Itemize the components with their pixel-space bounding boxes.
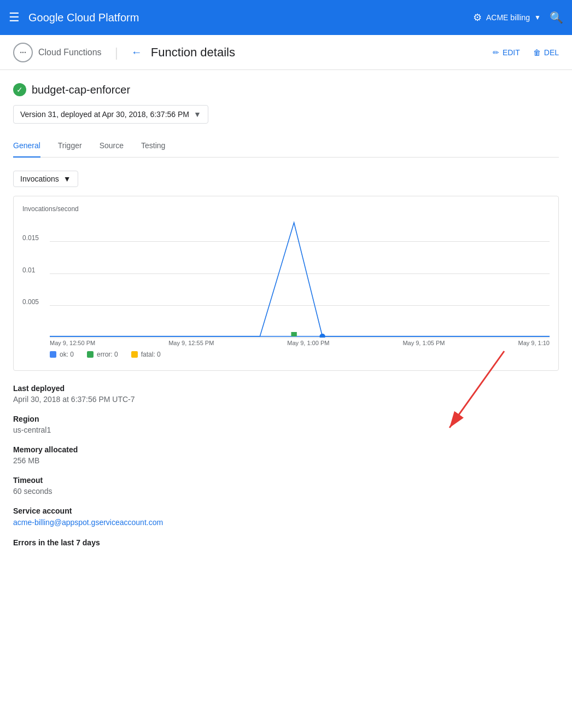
x-label-4: May 9, 1:05 PM <box>402 340 445 346</box>
metric-dropdown[interactable]: Invocations ▼ <box>13 171 78 187</box>
region-label: Region <box>13 415 559 423</box>
legend-error-dot <box>87 351 94 358</box>
tab-testing[interactable]: Testing <box>141 135 165 158</box>
legend-ok-dot <box>50 351 56 358</box>
delete-label: DEL <box>544 48 559 57</box>
last-deployed-item: Last deployed April 30, 2018 at 6:37:56 … <box>13 384 559 404</box>
service-logo: ··· Cloud Functions <box>13 43 102 62</box>
chart-svg <box>50 217 550 337</box>
y-axis-label: Invocations/second <box>22 205 550 213</box>
metric-chevron-icon: ▼ <box>63 174 71 183</box>
legend-fatal-label: fatal: 0 <box>141 351 161 358</box>
hamburger-menu-icon[interactable]: ☰ <box>9 10 20 25</box>
timeout-item: Timeout 60 seconds <box>13 476 559 496</box>
page-title: Function details <box>151 45 235 60</box>
back-button[interactable]: ← <box>131 46 142 59</box>
chevron-down-icon: ▼ <box>534 14 541 21</box>
timeout-value: 60 seconds <box>13 487 559 496</box>
version-chevron-icon: ▼ <box>194 110 201 119</box>
legend-error-label: error: 0 <box>97 351 118 358</box>
chart-container: Invocations/second 0.015 0.01 0.005 <box>13 196 559 371</box>
project-selector[interactable]: ⚙ ACME billing ▼ <box>473 11 541 24</box>
main-content: ✓ budget-cap-enforcer Version 31, deploy… <box>0 70 572 547</box>
region-value: us-central1 <box>13 426 559 434</box>
edit-button[interactable]: ✏ EDIT <box>493 48 520 57</box>
tabs-bar: General Trigger Source Testing <box>13 135 559 158</box>
errors-label: Errors in the last 7 days <box>13 538 559 547</box>
top-navigation: ☰ Google Cloud Platform ⚙ ACME billing ▼… <box>0 0 572 35</box>
legend-ok: ok: 0 <box>50 351 74 358</box>
search-icon[interactable]: 🔍 <box>550 11 563 24</box>
memory-label: Memory allocated <box>13 445 559 454</box>
edit-label: EDIT <box>503 48 520 57</box>
tab-trigger[interactable]: Trigger <box>58 135 82 158</box>
app-title: Google Cloud Platform <box>28 11 464 24</box>
errors-item: Errors in the last 7 days <box>13 538 559 547</box>
delete-icon: 🗑 <box>533 48 541 57</box>
legend-error: error: 0 <box>87 351 118 358</box>
x-label-2: May 9, 12:55 PM <box>168 340 214 346</box>
service-name: Cloud Functions <box>38 48 102 57</box>
function-name-row: ✓ budget-cap-enforcer <box>13 83 559 96</box>
last-deployed-value: April 30, 2018 at 6:37:56 PM UTC-7 <box>13 395 559 404</box>
x-axis-labels: May 9, 12:50 PM May 9, 12:55 PM May 9, 1… <box>50 337 550 346</box>
breadcrumb-bar: ··· Cloud Functions | ← Function details… <box>0 35 572 70</box>
status-indicator: ✓ <box>13 83 26 96</box>
chart-area: 0.015 0.01 0.005 <box>50 217 550 337</box>
svg-point-1 <box>319 334 325 337</box>
version-dropdown[interactable]: Version 31, deployed at Apr 30, 2018, 6:… <box>13 105 208 124</box>
legend-fatal: fatal: 0 <box>131 351 161 358</box>
version-text: Version 31, deployed at Apr 30, 2018, 6:… <box>20 110 189 119</box>
memory-value: 256 MB <box>13 456 559 465</box>
tab-general[interactable]: General <box>13 135 40 158</box>
edit-icon: ✏ <box>493 48 499 57</box>
chart-section: Invocations ▼ Invocations/second 0.015 0… <box>13 171 559 371</box>
grid-label-005: 0.005 <box>22 298 39 306</box>
metric-label: Invocations <box>20 174 59 183</box>
tab-source[interactable]: Source <box>100 135 124 158</box>
svg-rect-2 <box>291 332 296 336</box>
region-item: Region us-central1 <box>13 415 559 434</box>
x-label-3: May 9, 1:00 PM <box>287 340 329 346</box>
delete-button[interactable]: 🗑 DEL <box>533 48 559 57</box>
info-section: Last deployed April 30, 2018 at 6:37:56 … <box>13 384 559 547</box>
memory-item: Memory allocated 256 MB <box>13 445 559 465</box>
grid-label-01: 0.01 <box>22 266 35 274</box>
legend-ok-label: ok: 0 <box>60 351 74 358</box>
grid-label-015: 0.015 <box>22 234 39 242</box>
project-icon: ⚙ <box>473 11 482 24</box>
service-account-item: Service account acme-billing@appspot.gse… <box>13 506 559 527</box>
legend-fatal-dot <box>131 351 138 358</box>
function-name: budget-cap-enforcer <box>32 84 130 96</box>
chart-legend: ok: 0 error: 0 fatal: 0 <box>50 351 550 358</box>
x-label-5: May 9, 1:10 <box>518 340 549 346</box>
timeout-label: Timeout <box>13 476 559 485</box>
breadcrumb-actions: ✏ EDIT 🗑 DEL <box>493 48 559 57</box>
logo-icon: ··· <box>13 43 33 62</box>
grid-line-0 <box>50 337 550 338</box>
project-name: ACME billing <box>486 13 530 22</box>
service-account-label: Service account <box>13 506 559 515</box>
last-deployed-label: Last deployed <box>13 384 559 393</box>
x-label-1: May 9, 12:50 PM <box>50 340 95 346</box>
breadcrumb-divider: | <box>115 45 118 60</box>
service-account-link[interactable]: acme-billing@appspot.gserviceaccount.com <box>13 518 163 527</box>
